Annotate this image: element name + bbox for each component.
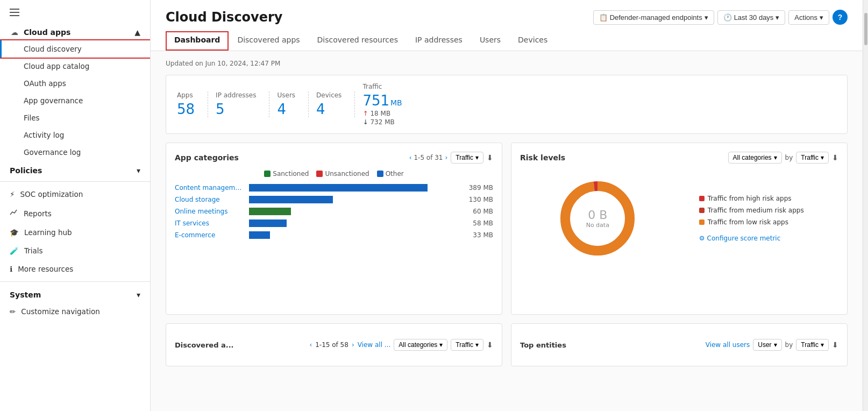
bar-value: 33 MB bbox=[464, 231, 493, 239]
sidebar-item-customize-navigation[interactable]: ✏️ Customize navigation bbox=[0, 302, 150, 321]
prev-arrow[interactable]: ‹ bbox=[409, 154, 412, 161]
sidebar: ☁️ Cloud apps ▲ Cloud discovery Cloud ap… bbox=[0, 0, 151, 411]
sidebar-item-learning-hub[interactable]: 🎓 Learning hub bbox=[0, 223, 150, 242]
bar-label[interactable]: E-commerce bbox=[175, 231, 245, 239]
header-controls: 📋 Defender-managed endpoints ▾ 🕐 Last 30… bbox=[593, 10, 848, 25]
bar-segment bbox=[249, 219, 287, 227]
help-button[interactable]: ? bbox=[833, 10, 848, 25]
unsanctioned-dot bbox=[316, 171, 323, 177]
time-filter-button[interactable]: 🕐 Last 30 days ▾ bbox=[717, 10, 786, 25]
next-arrow-da[interactable]: › bbox=[352, 341, 354, 349]
risk-traffic-filter-button[interactable]: Traffic ▾ bbox=[796, 152, 829, 164]
donut-area: 0 B No data Traffic from high risk apps … bbox=[520, 170, 838, 267]
da-download-button[interactable]: ⬇ bbox=[487, 341, 493, 349]
main-content: Cloud Discovery 📋 Defender-managed endpo… bbox=[151, 0, 863, 411]
actions-button[interactable]: Actions ▾ bbox=[788, 10, 829, 25]
chevron-down-icon-te-traffic: ▾ bbox=[821, 341, 824, 349]
configure-score-link[interactable]: ⚙ Configure score metric bbox=[699, 235, 804, 242]
bar-value: 58 MB bbox=[464, 219, 493, 227]
bar-value: 60 MB bbox=[464, 208, 493, 215]
tab-devices[interactable]: Devices bbox=[509, 31, 556, 51]
bar-value: 130 MB bbox=[464, 196, 493, 203]
tab-discovered-resources[interactable]: Discovered resources bbox=[309, 31, 407, 51]
sidebar-item-oauth-apps[interactable]: OAuth apps bbox=[0, 75, 150, 92]
app-categories-title: App categories bbox=[175, 153, 239, 162]
sidebar-item-app-governance[interactable]: App governance bbox=[0, 92, 150, 109]
te-download-button[interactable]: ⬇ bbox=[832, 341, 838, 349]
divider-2 bbox=[0, 281, 150, 282]
system-section[interactable]: System ▾ bbox=[0, 285, 150, 302]
bar-label[interactable]: IT services bbox=[175, 219, 245, 227]
view-all-link[interactable]: View all ... bbox=[358, 341, 391, 349]
top-entities-title: Top entities bbox=[520, 341, 566, 349]
policies-section[interactable]: Policies ▾ bbox=[0, 161, 150, 178]
bar-label[interactable]: Cloud storage bbox=[175, 196, 245, 203]
traffic-upload: ↑ 18 MB bbox=[362, 110, 402, 117]
chevron-down-icon-by: ▾ bbox=[821, 154, 824, 161]
next-arrow[interactable]: › bbox=[445, 154, 448, 161]
sidebar-item-reports[interactable]: Reports bbox=[0, 203, 150, 223]
te-by-label: by bbox=[785, 341, 793, 349]
risk-item-medium: Traffic from medium risk apps bbox=[699, 207, 804, 214]
tab-users[interactable]: Users bbox=[471, 31, 509, 51]
risk-download-button[interactable]: ⬇ bbox=[832, 153, 838, 162]
sidebar-item-more-resources[interactable]: ℹ️ More resources bbox=[0, 260, 150, 278]
clock-icon: 🕐 bbox=[723, 13, 732, 22]
app-categories-card: App categories ‹ 1-5 of 31 › Traffic ▾ ⬇ bbox=[166, 143, 502, 315]
da-traffic-filter[interactable]: Traffic ▾ bbox=[451, 339, 483, 351]
traffic-filter-button[interactable]: Traffic ▾ bbox=[451, 152, 483, 164]
sidebar-item-cloud-app-catalog[interactable]: Cloud app catalog bbox=[0, 58, 150, 75]
bar-segment bbox=[249, 231, 270, 239]
prev-arrow-da[interactable]: ‹ bbox=[309, 341, 312, 349]
sidebar-item-soc-optimization[interactable]: ⚡ SOC optimization bbox=[0, 185, 150, 203]
da-category-filter[interactable]: All categories ▾ bbox=[394, 339, 447, 351]
document-icon: 📋 bbox=[599, 13, 608, 22]
view-all-users-link[interactable]: View all users bbox=[706, 341, 750, 349]
cloud-apps-section[interactable]: ☁️ Cloud apps ▲ bbox=[0, 22, 150, 40]
top-entities-card: Top entities View all users User ▾ by Tr… bbox=[511, 323, 848, 366]
chevron-down-icon-traffic: ▾ bbox=[475, 154, 479, 161]
bar-label[interactable]: Content management bbox=[175, 184, 245, 192]
bar-label[interactable]: Online meetings bbox=[175, 208, 245, 215]
endpoints-button[interactable]: 📋 Defender-managed endpoints ▾ bbox=[593, 10, 714, 25]
discovered-apps-controls: ‹ 1-15 of 58 › View all ... All categori… bbox=[309, 339, 493, 351]
categories-filter-button[interactable]: All categories ▾ bbox=[728, 152, 782, 164]
risk-levels-title: Risk levels bbox=[520, 153, 565, 162]
svg-rect-0 bbox=[10, 9, 19, 10]
hamburger-button[interactable] bbox=[0, 0, 150, 22]
risk-item-high: Traffic from high risk apps bbox=[699, 195, 804, 202]
tab-dashboard[interactable]: Dashboard bbox=[166, 31, 229, 51]
stat-ip-addresses: IP addresses 5 bbox=[216, 91, 269, 117]
bar-row-cloud-storage: Cloud storage 130 MB bbox=[175, 196, 493, 203]
sidebar-item-activity-log[interactable]: Activity log bbox=[0, 126, 150, 144]
right-scrollbar[interactable] bbox=[863, 0, 868, 411]
stat-apps: Apps 58 bbox=[177, 91, 208, 117]
traffic-unit: MB bbox=[390, 98, 402, 107]
sidebar-item-governance-log[interactable]: Governance log bbox=[0, 144, 150, 161]
page-title: Cloud Discovery bbox=[166, 10, 283, 25]
svg-rect-2 bbox=[10, 15, 19, 16]
risk-levels-card: Risk levels All categories ▾ by Traffic … bbox=[511, 143, 848, 315]
bottom-cards-row: Discovered a... ‹ 1-15 of 58 › View all … bbox=[166, 323, 848, 366]
down-arrow-icon: ↓ bbox=[362, 118, 368, 126]
bar-chart: Content management 389 MB Cloud storage … bbox=[175, 184, 493, 239]
legend-sanctioned: Sanctioned bbox=[264, 170, 309, 178]
soc-icon: ⚡ bbox=[10, 190, 15, 199]
legend-unsanctioned: Unsanctioned bbox=[316, 170, 369, 178]
tab-ip-addresses[interactable]: IP addresses bbox=[407, 31, 471, 51]
scrollbar-thumb bbox=[864, 13, 867, 45]
te-user-filter[interactable]: User ▾ bbox=[753, 339, 781, 351]
sidebar-item-files[interactable]: Files bbox=[0, 109, 150, 126]
chevron-up-icon: ▲ bbox=[134, 28, 140, 37]
top-entities-controls: View all users User ▾ by Traffic ▾ ⬇ bbox=[706, 339, 838, 351]
sidebar-item-cloud-discovery[interactable]: Cloud discovery bbox=[0, 40, 150, 58]
sidebar-item-trials[interactable]: 🧪 Trials bbox=[0, 242, 150, 260]
te-traffic-filter[interactable]: Traffic ▾ bbox=[796, 339, 829, 351]
updated-timestamp: Updated on Jun 10, 2024, 12:47 PM bbox=[166, 60, 848, 67]
bar-segment bbox=[249, 208, 291, 215]
tab-discovered-apps[interactable]: Discovered apps bbox=[229, 31, 308, 51]
other-dot bbox=[377, 171, 383, 177]
app-categories-controls: ‹ 1-5 of 31 › Traffic ▾ ⬇ bbox=[409, 152, 493, 164]
page-header: Cloud Discovery 📋 Defender-managed endpo… bbox=[151, 0, 863, 51]
download-button[interactable]: ⬇ bbox=[487, 153, 493, 162]
